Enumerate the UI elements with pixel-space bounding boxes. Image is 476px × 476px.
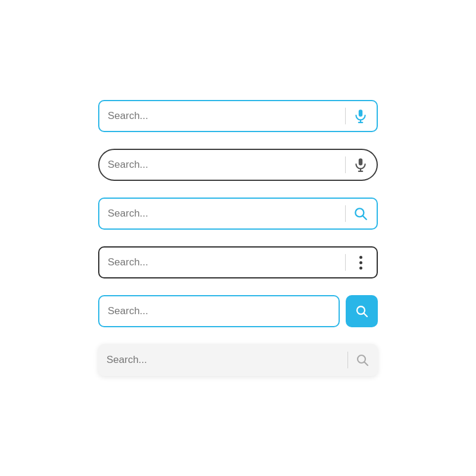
svg-line-7 [363, 216, 367, 220]
search-input-3[interactable] [108, 208, 338, 220]
divider-2 [345, 156, 346, 173]
search-bar-2[interactable] [98, 149, 378, 181]
dots-icon [353, 255, 368, 270]
search-bar-5[interactable] [98, 295, 340, 327]
search-row-5 [98, 295, 378, 327]
search-bar-6[interactable] [98, 344, 378, 376]
dot-1 [359, 256, 362, 259]
search-icon [353, 206, 368, 221]
svg-line-9 [364, 314, 368, 317]
search-bars-container [98, 100, 378, 376]
search-row-4 [98, 246, 378, 278]
search-icon-white [355, 304, 369, 318]
search-input-5[interactable] [108, 305, 330, 317]
mic-icon [353, 157, 368, 173]
search-input-6[interactable] [107, 354, 340, 366]
divider-3 [345, 205, 346, 222]
search-row-3 [98, 198, 378, 230]
dot-3 [359, 267, 362, 270]
search-input-4[interactable] [108, 256, 338, 268]
search-input-2[interactable] [108, 159, 338, 171]
svg-rect-0 [359, 109, 363, 117]
svg-line-11 [365, 362, 368, 366]
divider-6 [347, 352, 349, 368]
search-row-1 [98, 100, 378, 132]
dot-2 [359, 261, 362, 264]
divider-4 [345, 254, 346, 271]
mic-icon [353, 108, 368, 124]
search-input-1[interactable] [108, 110, 338, 122]
search-bar-3[interactable] [98, 198, 378, 230]
search-icon-gray [355, 353, 369, 367]
search-row-6 [98, 344, 378, 376]
search-row-2 [98, 149, 378, 181]
search-button-5[interactable] [346, 295, 378, 327]
search-bar-1[interactable] [98, 100, 378, 132]
search-bar-4[interactable] [98, 246, 378, 278]
svg-rect-3 [359, 158, 363, 165]
divider-1 [345, 108, 346, 124]
